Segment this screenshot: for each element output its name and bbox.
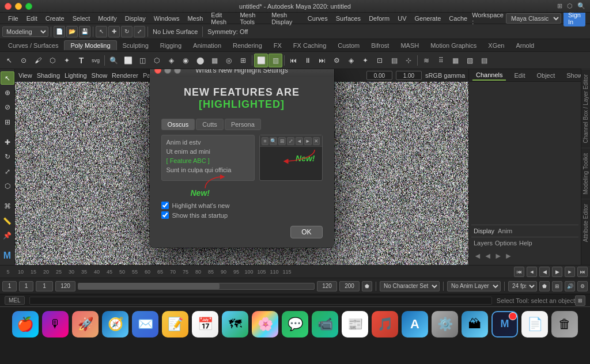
menu-uv[interactable]: UV xyxy=(394,14,410,23)
fps-select[interactable]: 24 fps xyxy=(508,281,537,291)
icon-play1[interactable]: ⏮ xyxy=(286,54,300,67)
tab-fx-caching[interactable]: FX Caching xyxy=(288,41,332,50)
mel-input[interactable] xyxy=(29,297,492,305)
dock-calendar[interactable]: 📅 xyxy=(192,311,218,338)
icon-settings[interactable]: ⚙ xyxy=(330,54,343,67)
icon-grid2[interactable]: ▧ xyxy=(463,54,476,67)
maximize-button[interactable] xyxy=(25,3,32,10)
save-btn[interactable]: 💾 xyxy=(79,26,90,37)
icon-mesh1[interactable]: ⬜ xyxy=(121,54,135,67)
tab-fx[interactable]: FX xyxy=(268,41,288,50)
rp-bottom-anim[interactable]: Anim xyxy=(498,227,512,234)
vp-menu-view[interactable]: View xyxy=(18,72,32,79)
range-end-input[interactable] xyxy=(317,281,337,291)
left-snap-tool[interactable]: ⌘ xyxy=(1,200,14,213)
icon-misc1[interactable]: ◈ xyxy=(344,54,358,67)
list-item-2[interactable]: Ut enim ad mini xyxy=(162,147,254,156)
checkbox-highlight[interactable] xyxy=(161,202,169,209)
icon-active2[interactable]: ▥ xyxy=(268,54,282,67)
icon-misc3[interactable]: ⊡ xyxy=(373,54,387,67)
dock-facetime[interactable]: 📹 xyxy=(312,311,338,338)
left-paint-tool[interactable]: ⊕ xyxy=(1,86,14,99)
menu-generate[interactable]: Generate xyxy=(411,14,444,23)
tab-curves-surfaces[interactable]: Curves / Surfaces xyxy=(2,41,64,50)
left-move-tool[interactable]: ✚ xyxy=(1,135,14,149)
dock-trash[interactable]: 🗑 xyxy=(551,311,578,338)
dock-news[interactable]: 📰 xyxy=(342,311,368,338)
preview-btn-5[interactable]: ◄ xyxy=(296,137,303,145)
dock-music[interactable]: 🎵 xyxy=(372,311,398,338)
icon-misc4[interactable]: ▤ xyxy=(387,54,401,67)
arrow-left2-btn[interactable]: ◄ xyxy=(484,251,492,260)
status-right-btn[interactable]: ⊞ xyxy=(575,295,585,306)
left-M-icon[interactable]: M xyxy=(1,249,14,263)
left-select-tool[interactable]: ↖ xyxy=(1,71,14,85)
range-slider-input[interactable] xyxy=(55,281,75,291)
preview-btn-3[interactable]: ⊞ xyxy=(278,137,286,145)
dialog-tab-persona[interactable]: Persona xyxy=(225,119,261,130)
tab-poly-modeling[interactable]: Poly Modeling xyxy=(64,40,116,50)
character-set-select[interactable]: No Character Set xyxy=(380,281,440,291)
icon-paint[interactable]: 🖌 xyxy=(31,54,45,67)
dialog-max-btn[interactable] xyxy=(174,69,181,74)
left-marquee-tool[interactable]: ⊞ xyxy=(1,115,14,128)
icon-search[interactable]: 🔍 xyxy=(107,54,120,67)
bc-icon2[interactable]: ⬟ xyxy=(539,281,550,291)
workspace-dropdown[interactable]: Maya Classic xyxy=(506,13,561,24)
side-tab-attribute-editor[interactable]: Attribute Editor xyxy=(581,199,590,247)
rp-tab-edit[interactable]: Edit xyxy=(510,71,528,80)
preview-btn-2[interactable]: 🔍 xyxy=(270,137,277,145)
vp-menu-renderer[interactable]: Renderer xyxy=(112,72,138,79)
icon-play2[interactable]: ⏸ xyxy=(301,54,315,67)
left-measure-tool[interactable]: 📏 xyxy=(1,214,14,227)
tab-rigging[interactable]: Rigging xyxy=(154,41,187,50)
tab-custom[interactable]: Custom xyxy=(332,41,365,50)
menu-cache[interactable]: Cache xyxy=(445,14,471,23)
icon-grid3[interactable]: ▤ xyxy=(477,54,491,67)
tab-motion-graphics[interactable]: Motion Graphics xyxy=(425,41,482,50)
arrow-left-btn[interactable]: ◄ xyxy=(474,251,482,260)
arrow-right2-btn[interactable]: ► xyxy=(505,251,513,260)
bc-icon1[interactable]: ⬟ xyxy=(362,281,372,291)
range-start-input[interactable] xyxy=(36,281,53,291)
frame-start-input[interactable] xyxy=(2,281,17,291)
tl-play-start[interactable]: ⏮ xyxy=(514,267,524,277)
icon-mesh7[interactable]: ▦ xyxy=(207,54,221,67)
icon-mesh6[interactable]: ⬤ xyxy=(193,54,207,67)
mel-label[interactable]: MEL xyxy=(5,296,25,305)
icon-select[interactable]: ↖ xyxy=(2,54,16,67)
rotate-tool-btn[interactable]: ↻ xyxy=(121,26,133,37)
icon-svg[interactable]: svg xyxy=(89,54,103,67)
list-item-3-featured[interactable]: Feature ABC xyxy=(162,156,254,165)
close-button[interactable] xyxy=(5,3,12,10)
icon-active1[interactable]: ⬜ xyxy=(254,54,268,67)
icon-mesh8[interactable]: ◎ xyxy=(222,54,236,67)
left-lasso-tool[interactable]: ⊘ xyxy=(1,101,14,114)
tab-xgen[interactable]: XGen xyxy=(482,41,510,50)
vp-value1[interactable] xyxy=(366,71,392,80)
rp-layer-layers[interactable]: Layers xyxy=(474,240,493,247)
dock-finder[interactable]: 🍎 xyxy=(12,311,39,338)
value-200-input[interactable] xyxy=(339,281,360,291)
bc-icon3[interactable]: ⊞ xyxy=(552,281,562,291)
tab-arnold[interactable]: Arnold xyxy=(510,41,540,50)
minimize-button[interactable] xyxy=(15,3,22,10)
dock-photos[interactable]: 🌸 xyxy=(252,311,278,338)
dock-systemprefs[interactable]: ⚙️ xyxy=(432,311,458,338)
tab-mash[interactable]: MASH xyxy=(395,41,425,50)
scale-tool-btn[interactable]: ⤢ xyxy=(134,26,145,37)
icon-grid1[interactable]: ▦ xyxy=(448,54,462,67)
dialog-ok-button[interactable]: OK xyxy=(290,226,322,238)
icon-mesh4[interactable]: ◈ xyxy=(164,54,178,67)
dialog-min-btn[interactable] xyxy=(164,69,171,74)
preview-btn-7[interactable]: ✕ xyxy=(313,137,320,145)
icon-misc5[interactable]: ⊹ xyxy=(402,54,415,67)
icon-wave[interactable]: ≋ xyxy=(419,54,433,67)
vp-value2[interactable] xyxy=(396,71,422,80)
vp-menu-lighting[interactable]: Lighting xyxy=(65,72,87,79)
tl-play-next[interactable]: ► xyxy=(565,267,575,277)
rp-bottom-display[interactable]: Display xyxy=(474,227,494,234)
menu-windows[interactable]: Windows xyxy=(150,14,183,23)
preview-btn-4[interactable]: ⤢ xyxy=(287,137,294,145)
menu-curves[interactable]: Curves xyxy=(304,14,331,23)
